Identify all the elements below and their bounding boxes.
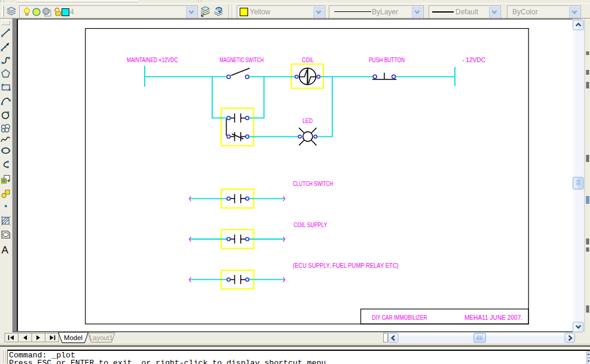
svg-text:MEHA11 JUNE 2007.: MEHA11 JUNE 2007. bbox=[464, 314, 522, 321]
svg-text:PUSH BUTTON: PUSH BUTTON bbox=[369, 56, 405, 63]
svg-text:A: A bbox=[2, 244, 9, 256]
svg-text:- 12VDC: - 12VDC bbox=[462, 56, 485, 63]
svg-text:COIL: COIL bbox=[302, 56, 314, 63]
svg-text:LED: LED bbox=[302, 117, 313, 124]
svg-text:MAGNETIC SWITCH: MAGNETIC SWITCH bbox=[219, 56, 264, 63]
svg-text:CLUTCH SWITCH: CLUTCH SWITCH bbox=[293, 180, 333, 187]
svg-text:MAINTAINED +12VDC: MAINTAINED +12VDC bbox=[127, 56, 178, 63]
svg-text:DIY CAR IMMOBILIZER: DIY CAR IMMOBILIZER bbox=[372, 314, 427, 321]
svg-text:(ECU SUPPLY, FUEL PUMP RELAY E: (ECU SUPPLY, FUEL PUMP RELAY ETC) bbox=[293, 262, 399, 269]
svg-text:COIL SUPPLY: COIL SUPPLY bbox=[294, 221, 328, 228]
svg-text:Model: Model bbox=[64, 334, 82, 341]
svg-text:Layout1: Layout1 bbox=[89, 334, 112, 341]
